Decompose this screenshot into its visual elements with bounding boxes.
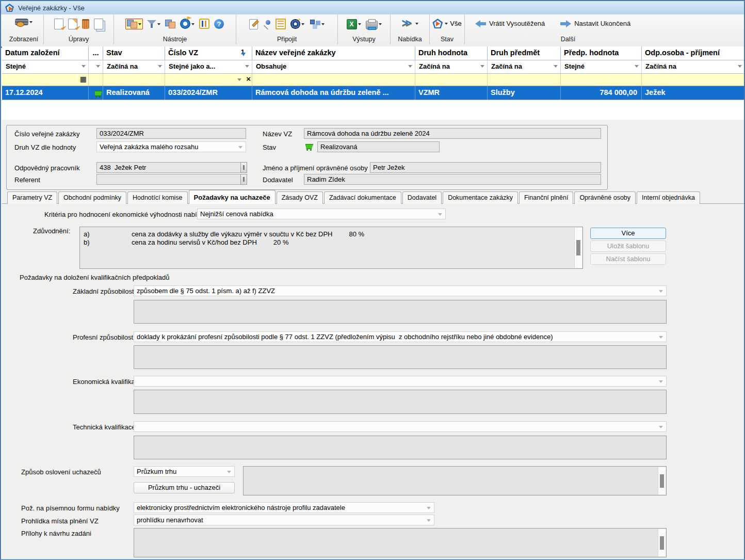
edit-record-button[interactable]: [68, 18, 78, 30]
new-record-button[interactable]: [54, 18, 64, 30]
table-row-selected[interactable]: 17.12.2024 Realizovaná 033/2024/ZMR Rámc…: [2, 86, 745, 100]
col-header-predp-hodnota[interactable]: Předp. hodnota: [561, 46, 642, 60]
filter-input-druh-predmet[interactable]: [488, 74, 561, 86]
scrollbar-thumb[interactable]: [660, 536, 664, 550]
nazev-vz-field[interactable]: Rámcová dohoda na údržbu zeleně 2024: [304, 128, 601, 139]
filter-input-datum[interactable]: ▦: [2, 74, 89, 86]
filter-input-stav[interactable]: [103, 74, 165, 86]
col-header-druh-hodnota[interactable]: Druh hodnota: [415, 46, 488, 60]
filter-input-druh-hodnota[interactable]: [415, 74, 488, 86]
tab-dokumentace-zakazky[interactable]: Dokumentace zakázky: [443, 191, 518, 204]
scrollbar[interactable]: [658, 529, 666, 556]
referent-lookup-button[interactable]: [240, 174, 247, 185]
tab-obchodni-podminky[interactable]: Obchodní podmínky: [58, 191, 126, 204]
vratit-vysoutezena-button[interactable]: Vrátit Vysoutěžená: [472, 19, 548, 28]
zakladni-zpusobilost-textarea[interactable]: [134, 300, 667, 324]
filter-icon: [147, 20, 156, 28]
column-settings-button[interactable]: [199, 18, 210, 29]
filter-input-odp-osoba[interactable]: [642, 74, 745, 86]
scrollbar-thumb[interactable]: [576, 240, 580, 255]
col-header-druh-predmet[interactable]: Druh předmět: [488, 46, 561, 60]
filter-op-odp-osoba[interactable]: Začíná na: [642, 60, 745, 73]
scrollbar[interactable]: [658, 467, 666, 494]
filter-op-nazev[interactable]: Obsahuje: [252, 60, 415, 73]
prilohy-textarea[interactable]: [134, 528, 667, 557]
calendar-picker-icon[interactable]: ▦: [80, 75, 87, 84]
technicka-kvalifikace-textarea[interactable]: [134, 436, 667, 459]
prohlidka-mista-select[interactable]: prohlídku nenavrhovat: [134, 515, 434, 525]
disc-button[interactable]: [290, 19, 305, 29]
excel-export-button[interactable]: [346, 19, 362, 30]
pin-button[interactable]: [262, 19, 271, 29]
filter-op-stav[interactable]: Začíná na: [103, 60, 165, 73]
tab-interni-objednavka[interactable]: Interní objednávka: [637, 191, 700, 204]
filter-button[interactable]: [147, 19, 161, 29]
col-header-cislo-vz[interactable]: Číslo VZ1: [165, 46, 252, 60]
col-header-odp-osoba[interactable]: Odp.osoba - příjmení: [642, 46, 745, 60]
filter-op-druh-hodnota[interactable]: Začíná na: [415, 60, 488, 73]
col-header-datum[interactable]: Datum založení: [2, 46, 89, 60]
tab-pozadavky-na-uchazece[interactable]: Požadavky na uchazeče: [189, 190, 276, 204]
filter-op-druh-predmet[interactable]: Začíná na: [488, 60, 561, 73]
dodavatel-field[interactable]: Radim Zídek: [304, 174, 601, 185]
tab-financni-plneni[interactable]: Finanční plnění: [519, 191, 573, 204]
col-header-attach[interactable]: ...: [89, 46, 103, 60]
profesni-zpusobilost-select[interactable]: doklady k prokázání profesní způsobilost…: [134, 331, 667, 342]
zduvodneni-textarea[interactable]: a)cena za dodávky a služby dle výkazu vý…: [79, 227, 583, 269]
cislo-vz-field[interactable]: 033/2024/ZMR: [96, 128, 246, 139]
scrollbar-thumb[interactable]: [660, 474, 664, 488]
detail-view-button[interactable]: [125, 19, 143, 29]
filter-op-predp-hodnota[interactable]: Stejné: [561, 60, 642, 73]
col-header-nazev[interactable]: Název veřejné zakázky: [252, 46, 415, 60]
checklist-button[interactable]: [275, 18, 286, 30]
technicka-kvalifikace-select[interactable]: [134, 421, 667, 432]
pruzkum-trhu-uchazeci-button[interactable]: Průzkum trhu - uchazeči: [134, 482, 235, 493]
stav-field[interactable]: Realizovaná: [317, 141, 440, 152]
filter-input-nazev[interactable]: [252, 74, 415, 86]
kriteria-select[interactable]: Nejnižší cenová nabídka: [197, 209, 446, 219]
offer-button[interactable]: [401, 18, 419, 28]
tab-hodnotici-komise[interactable]: Hodnotící komise: [127, 191, 188, 204]
vice-button[interactable]: Více: [590, 228, 666, 239]
zpusob-osloveni-textarea[interactable]: [243, 466, 667, 495]
pisemna-forma-select[interactable]: elektronicky prostřednictvím elektronick…: [134, 502, 434, 513]
print-button[interactable]: [365, 18, 382, 30]
zpusob-osloveni-select[interactable]: Průzkum trhu: [134, 466, 235, 477]
filter-op-cislo-vz[interactable]: Stejné jako a...: [165, 60, 252, 73]
filter-op-attach[interactable]: [89, 60, 103, 73]
nastavit-ukoncena-button[interactable]: Nastavit Ukončená: [557, 19, 634, 28]
druh-vz-select[interactable]: Veřejná zakázka malého rozsahu: [96, 141, 246, 152]
tab-dodavatel[interactable]: Dodavatel: [402, 191, 442, 204]
copy-record-button[interactable]: [93, 18, 104, 30]
history-button[interactable]: [180, 18, 195, 29]
help-button[interactable]: [214, 19, 224, 29]
tab-parametry-vz[interactable]: Parametry VZ: [7, 191, 57, 204]
ekonomicka-kvalifikace-select[interactable]: [134, 376, 667, 387]
filter-op-datum[interactable]: Stejné: [2, 60, 89, 73]
duplicate-button[interactable]: [165, 19, 176, 29]
delete-record-button[interactable]: [82, 19, 90, 29]
filter-input-attach[interactable]: [89, 74, 103, 86]
odpovedny-pracovnik-field[interactable]: 438 Ježek Petr: [96, 162, 241, 173]
filter-input-cislo-vz[interactable]: ×: [165, 74, 252, 86]
state-filter-button[interactable]: Vše: [432, 18, 462, 29]
tab-zadavaci-dokumentace[interactable]: Zadávací dokumentace: [324, 191, 401, 204]
note-button[interactable]: [249, 19, 258, 30]
referent-field[interactable]: [96, 174, 241, 185]
sort-order-badge: 1: [241, 48, 245, 56]
opravnena-osoba-field[interactable]: Petr Ježek: [370, 162, 601, 173]
filter-input-predp-hodnota[interactable]: [561, 74, 642, 86]
group-label-upravy: Úpravy: [44, 36, 114, 43]
profesni-zpusobilost-textarea[interactable]: [134, 345, 667, 369]
zakladni-zpusobilost-select[interactable]: způsobem dle § 75 odst. 1 písm. a) až f)…: [134, 285, 667, 296]
view-mode-button[interactable]: [14, 18, 33, 26]
tab-zasady-ovz[interactable]: Zásady OVZ: [277, 191, 323, 204]
odpovedny-lookup-button[interactable]: [240, 162, 247, 173]
clear-filter-icon[interactable]: ×: [246, 74, 251, 83]
col-header-stav[interactable]: Stav: [103, 46, 165, 60]
relations-button[interactable]: [309, 19, 325, 29]
cell-cislo-vz: 033/2024/ZMR: [165, 86, 252, 100]
scrollbar[interactable]: [574, 228, 582, 268]
ekonomicka-kvalifikace-textarea[interactable]: [134, 390, 667, 414]
tab-opravnene-osoby[interactable]: Oprávněné osoby: [574, 191, 636, 204]
